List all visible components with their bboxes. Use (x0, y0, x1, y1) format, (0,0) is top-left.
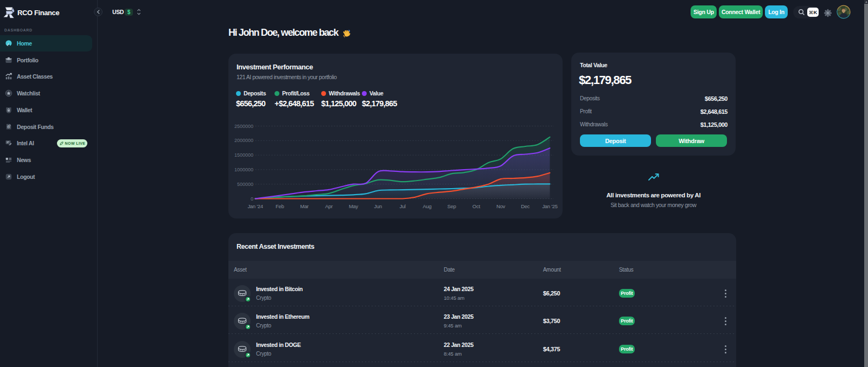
svg-text:500000: 500000 (237, 182, 253, 187)
svg-text:Jan '24: Jan '24 (247, 203, 263, 209)
svg-text:Jan '25: Jan '25 (542, 203, 557, 209)
svg-text:0: 0 (251, 196, 253, 202)
svg-text:Sep: Sep (447, 203, 456, 209)
svg-text:Aug: Aug (423, 203, 431, 209)
svg-text:Oct: Oct (473, 203, 481, 209)
svg-text:Apr: Apr (325, 203, 333, 209)
svg-text:Dec: Dec (521, 203, 530, 209)
svg-text:Feb: Feb (276, 203, 284, 209)
svg-text:Jul: Jul (399, 203, 405, 209)
svg-text:Mar: Mar (300, 203, 309, 209)
svg-text:1000000: 1000000 (234, 167, 253, 172)
svg-text:2500000: 2500000 (234, 124, 253, 129)
svg-text:2000000: 2000000 (234, 138, 253, 143)
svg-text:Nov: Nov (496, 203, 506, 209)
svg-text:1500000: 1500000 (234, 152, 253, 158)
svg-text:Jun: Jun (374, 203, 382, 209)
svg-text:May: May (349, 203, 359, 209)
